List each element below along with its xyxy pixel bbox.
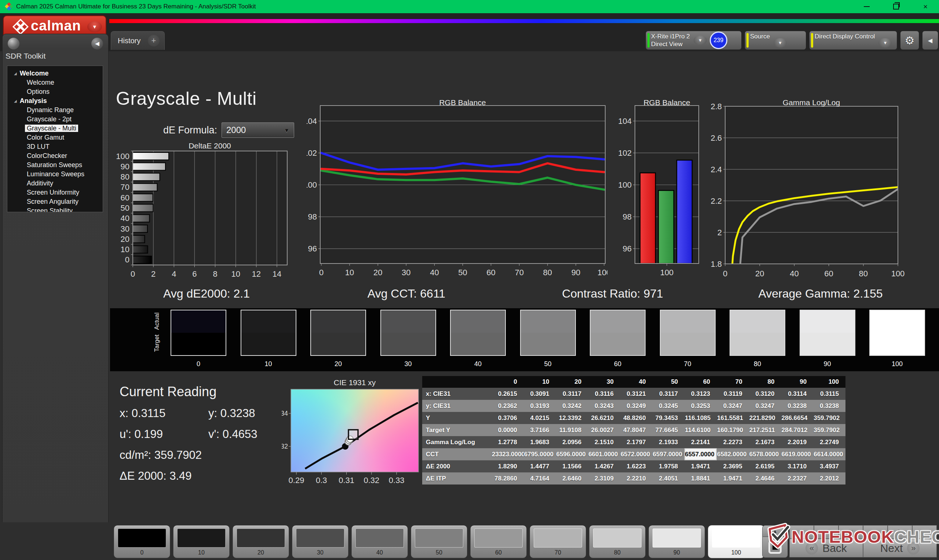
sidebar-item-screen-stability[interactable]: Screen Stability: [7, 206, 103, 212]
svg-text:20: 20: [121, 235, 130, 244]
sidebar-item-grayscale-multi[interactable]: Grayscale - Multi: [7, 124, 103, 133]
up-arrow-icon: ▲: [773, 528, 778, 534]
pattern-button-10[interactable]: 10: [173, 525, 230, 558]
sidebar-orb-button[interactable]: [8, 38, 19, 49]
back-button[interactable]: « Back: [789, 539, 863, 557]
tree-expanded-icon: ◢: [14, 99, 17, 103]
target-patch: [521, 333, 575, 355]
de-formula-value: 2000: [226, 125, 246, 135]
sidebar-section-analysis[interactable]: ◢Analysis: [7, 96, 103, 106]
actual-patch: [730, 311, 785, 333]
svg-text:80: 80: [121, 172, 130, 182]
reading-x: 0.3115: [132, 407, 166, 420]
pattern-button-30[interactable]: 30: [292, 525, 348, 558]
svg-text:10: 10: [231, 269, 240, 278]
svg-text:0: 0: [319, 268, 324, 277]
refresh-tool-icon[interactable]: ↻: [888, 525, 912, 539]
swatch-level-20: 20: [310, 310, 366, 368]
pattern-button-40[interactable]: 40: [352, 525, 408, 558]
settings-button[interactable]: ⚙: [900, 31, 919, 50]
play-tool-icon[interactable]: ▶: [814, 525, 839, 539]
sidebar-item-3d-lut[interactable]: 3D LUT: [7, 142, 103, 151]
sidebar-item-grayscale-2pt[interactable]: Grayscale - 2pt: [7, 115, 103, 124]
stop-measure-button[interactable]: [762, 537, 788, 558]
pattern-button-20[interactable]: 20: [233, 525, 289, 558]
restore-button[interactable]: [892, 3, 900, 11]
svg-text:50: 50: [121, 203, 130, 212]
swatch-level-label: 30: [380, 360, 436, 368]
next-button[interactable]: Next »: [863, 539, 937, 557]
collapse-panel-button[interactable]: ◀: [922, 31, 938, 50]
stat-avg-cct: Avg CCT: 6611: [367, 287, 445, 300]
swatch-level-10: 10: [241, 310, 296, 368]
svg-text:90: 90: [121, 162, 130, 171]
page-title: Grayscale - Multi: [116, 88, 257, 109]
pattern-button-0[interactable]: 0: [114, 525, 170, 558]
svg-text:40: 40: [790, 269, 799, 278]
levels-tool-icon[interactable]: ⊔: [839, 525, 863, 539]
pattern-button-100[interactable]: 100: [708, 525, 765, 558]
table-row-e-itp: ΔE ITP78.28604.71642.64602.31092.22102.4…: [422, 472, 845, 485]
svg-text:102: 102: [307, 148, 317, 158]
calman-window: Calman 2025 Calman Ultimate for Business…: [0, 0, 939, 560]
display-status-stripe: [811, 33, 813, 48]
sidebar-item-additivity[interactable]: Additivity: [7, 179, 103, 188]
rainbow-strip: [109, 19, 939, 23]
pattern-button-90[interactable]: 90: [649, 525, 705, 558]
display-control-label: Direct Display Control: [815, 32, 875, 40]
svg-text:0.32: 0.32: [364, 476, 379, 485]
chevron-down-icon[interactable]: ▼: [879, 38, 892, 48]
chevron-down-icon[interactable]: ▼: [694, 35, 707, 45]
swatch-level-80: 80: [729, 310, 785, 368]
chevron-left-icon: ◀: [95, 40, 99, 47]
pattern-button-80[interactable]: 80: [589, 525, 646, 558]
empty-tool-icon[interactable]: [912, 525, 937, 539]
pattern-button-70[interactable]: 70: [530, 525, 586, 558]
svg-text:0.33: 0.33: [389, 476, 405, 485]
target-patch: [241, 333, 296, 355]
stop-tool-icon[interactable]: ◼: [789, 525, 814, 539]
sidebar-collapse-button[interactable]: ◀: [91, 38, 103, 49]
pattern-button-60[interactable]: 60: [470, 525, 527, 558]
source-select[interactable]: Source ▼: [745, 31, 806, 50]
svg-text:100: 100: [891, 269, 905, 278]
sidebar-item-screen-uniformity[interactable]: Screen Uniformity: [7, 188, 103, 197]
sidebar-item-colorchecker[interactable]: ColorChecker: [7, 151, 103, 160]
sidebar-section-welcome[interactable]: ◢Welcome: [7, 69, 103, 78]
target-patch: [661, 333, 715, 355]
close-button[interactable]: ×: [921, 3, 930, 11]
actual-patch: [591, 311, 645, 333]
display-control-select[interactable]: Direct Display Control ▼: [809, 31, 897, 50]
actual-patch: [870, 311, 924, 333]
sidebar-item-saturation-sweeps[interactable]: Saturation Sweeps: [7, 160, 103, 170]
swatch-level-label: 100: [869, 360, 925, 368]
chevron-down-icon[interactable]: ▼: [774, 38, 787, 48]
current-reading-title: Current Reading: [120, 384, 297, 400]
table-row-cct: CCT23323.00006795.00006596.00006601.0000…: [422, 448, 845, 460]
de-formula-select[interactable]: 2000 ▼: [222, 122, 294, 138]
chevron-down-icon[interactable]: ▼: [87, 21, 102, 32]
add-tab-button[interactable]: +: [143, 31, 165, 50]
svg-text:70: 70: [515, 268, 523, 277]
sidebar-item-color-gamut[interactable]: Color Gamut: [7, 133, 103, 142]
svg-text:70: 70: [121, 183, 130, 192]
target-patch: [381, 333, 435, 355]
cie-1931-chart: CIE 1931 xy 0.290.30.310.320.330.340.32: [282, 377, 429, 488]
svg-text:2: 2: [717, 228, 722, 237]
pattern-window-raise-button[interactable]: ▲: [762, 525, 788, 537]
svg-text:60: 60: [824, 269, 833, 278]
svg-text:100: 100: [660, 268, 674, 277]
target-patch: [311, 333, 365, 355]
sidebar-item-luminance-sweeps[interactable]: Luminance Sweeps: [7, 170, 103, 179]
actual-patch: [381, 311, 435, 333]
loop-tool-icon[interactable]: ∞: [863, 525, 888, 539]
sidebar-item-welcome[interactable]: Welcome: [7, 78, 103, 87]
swatch-level-90: 90: [800, 310, 856, 368]
sidebar-item-dynamic-range[interactable]: Dynamic Range: [7, 106, 103, 115]
minimize-button[interactable]: [863, 3, 871, 11]
sidebar-item-screen-angularity[interactable]: Screen Angularity: [7, 197, 103, 206]
meter-select[interactable]: X-Rite i1Pro 2Direct View ▼ 239: [646, 31, 742, 50]
sidebar-item-options[interactable]: Options: [7, 87, 103, 96]
swatch-level-100: 100: [869, 310, 925, 368]
pattern-button-50[interactable]: 50: [411, 525, 467, 558]
